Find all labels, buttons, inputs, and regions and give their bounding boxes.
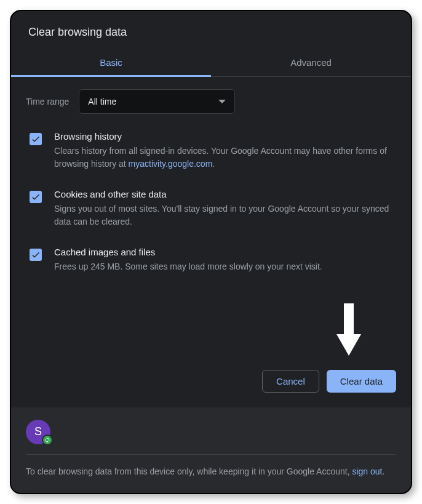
option-desc: Clears history from all signed-in device… [54,145,396,170]
cancel-button[interactable]: Cancel [262,370,319,393]
option-desc: Signs you out of most sites. You'll stay… [54,202,396,228]
avatar[interactable]: S [26,420,50,444]
tab-advanced[interactable]: Advanced [211,49,411,76]
avatar-row: S [26,420,396,444]
option-text: Cached images and files Frees up 245 MB.… [54,247,396,273]
sync-badge-icon [42,434,53,446]
option-title: Cookies and other site data [54,189,396,199]
option-text: Cookies and other site data Signs you ou… [54,189,396,228]
option-browsing-history: Browsing history Clears history from all… [26,131,396,170]
sign-out-link[interactable]: sign out [352,466,382,476]
time-range-label: Time range [26,97,69,106]
arrow-down-annotation-icon [333,303,364,361]
svg-rect-0 [344,303,354,337]
tabs: Basic Advanced [11,49,411,77]
option-title: Cached images and files [54,247,396,257]
check-icon [31,192,41,202]
clear-data-button-label: Clear data [340,376,383,386]
tab-basic-label: Basic [100,57,122,68]
footer-text-prefix: To clear browsing data from this device … [26,466,352,476]
footer-text: To clear browsing data from this device … [26,465,396,478]
dialog-title: Clear browsing data [11,11,411,49]
checkbox-browsing-history[interactable] [30,133,42,145]
dialog-buttons: Cancel Clear data [11,370,411,407]
option-cache: Cached images and files Frees up 245 MB.… [26,247,396,273]
time-range-select[interactable]: All time [79,89,235,114]
clear-browsing-data-dialog: Clear browsing data Basic Advanced Time … [10,10,412,494]
chevron-down-icon [218,100,226,103]
check-icon [31,250,41,260]
cancel-button-label: Cancel [276,376,305,386]
tab-advanced-label: Advanced [290,57,332,68]
footer-text-suffix: . [383,466,385,476]
myactivity-link[interactable]: myactivity.google.com [129,159,213,169]
time-range-row: Time range All time [26,89,396,114]
clear-data-button[interactable]: Clear data [327,370,396,393]
tab-basic[interactable]: Basic [11,49,211,76]
time-range-value: All time [88,97,116,106]
option-title: Browsing history [54,131,396,142]
desc-text: Clears history from all signed-in device… [54,146,387,169]
footer-section: S To clear browsing data from this devic… [11,407,411,493]
check-icon [31,134,41,144]
checkbox-cache[interactable] [30,249,42,261]
checkbox-cookies[interactable] [30,191,42,203]
option-desc: Frees up 245 MB. Some sites may load mor… [54,260,396,273]
avatar-initial: S [34,425,42,438]
divider [26,454,396,455]
option-cookies: Cookies and other site data Signs you ou… [26,189,396,228]
option-text: Browsing history Clears history from all… [54,131,396,170]
